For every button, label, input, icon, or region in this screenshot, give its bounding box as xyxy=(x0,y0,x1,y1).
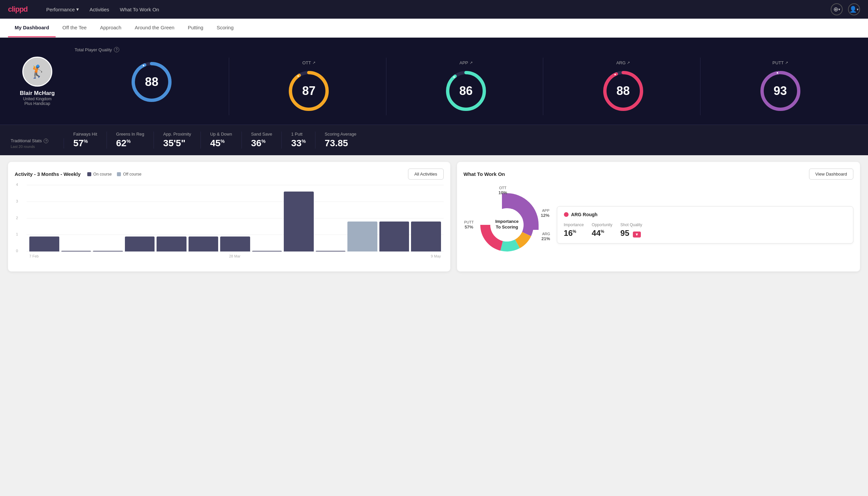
stat-oneputt: 1 Putt 33% xyxy=(282,131,315,149)
bars-row xyxy=(27,185,444,251)
activity-panel-header: Activity - 3 Months - Weekly On course O… xyxy=(15,169,444,180)
tab-off-the-tee[interactable]: Off the Tee xyxy=(56,19,93,37)
app-ring: 86 xyxy=(444,69,488,113)
all-activities-button[interactable]: All Activities xyxy=(408,169,444,180)
arg-value: 88 xyxy=(617,84,630,98)
off-course-dot xyxy=(117,172,121,176)
arg-ring: 88 xyxy=(601,69,645,113)
putt-ring: 93 xyxy=(759,69,802,113)
donut-svg: Importance To Scoring xyxy=(464,185,550,265)
chart-bar xyxy=(61,251,91,251)
ott-ring: 87 xyxy=(287,69,330,113)
tab-bar: My Dashboard Off the Tee Approach Around… xyxy=(0,19,868,37)
svg-text:To Scoring: To Scoring xyxy=(495,224,518,230)
legend-on-course: On course xyxy=(87,172,112,176)
nav-what-to-work-on[interactable]: What To Work On xyxy=(120,5,159,14)
tpq-label: Total Player Quality ? xyxy=(75,47,857,52)
tab-approach[interactable]: Approach xyxy=(93,19,128,37)
nav-performance[interactable]: Performance ▾ xyxy=(46,5,79,14)
chart-bar xyxy=(284,191,314,251)
arg-donut-label: ARG21% xyxy=(541,232,550,242)
activity-legend: On course Off course xyxy=(87,172,142,176)
legend-off-course: Off course xyxy=(117,172,141,176)
hero-section: 🏌️ Blair McHarg United Kingdom Plus Hand… xyxy=(0,37,868,125)
avatar: 🏌️ xyxy=(22,57,52,87)
top-navigation: clippd Performance ▾ Activities What To … xyxy=(0,0,868,19)
chart-bar xyxy=(411,221,441,251)
app-donut-label: APP12% xyxy=(541,208,550,218)
ott-label: OTT ↗ xyxy=(302,60,315,65)
overall-ring: 88 xyxy=(130,60,173,104)
nav-activities[interactable]: Activities xyxy=(90,5,109,14)
putt-donut-label: PUTT57% xyxy=(464,220,474,230)
bar-chart: 4 3 2 1 0 7 Feb 28 Mar 9 May xyxy=(15,185,444,258)
tab-my-dashboard[interactable]: My Dashboard xyxy=(8,19,56,37)
chart-bar xyxy=(189,236,219,251)
tpq-help-icon[interactable]: ? xyxy=(114,47,119,52)
stat-fairways: Fairways Hit 57% xyxy=(64,131,107,149)
score-app: APP ↗ 86 xyxy=(389,58,543,115)
player-country: United Kingdom xyxy=(23,97,51,101)
score-putt: PUTT ↗ 93 xyxy=(703,58,857,115)
donut-chart-container: Importance To Scoring PUTT57% OTT10% APP… xyxy=(464,185,550,265)
activity-title: Activity - 3 Months - Weekly xyxy=(15,171,81,177)
ott-donut-label: OTT10% xyxy=(499,186,507,196)
app-logo: clippd xyxy=(8,5,28,14)
bottom-panels: Activity - 3 Months - Weekly On course O… xyxy=(0,155,868,278)
chart-bar xyxy=(220,236,250,251)
score-overall: 88 xyxy=(75,58,229,115)
stat-gir: Greens In Reg 62% xyxy=(107,131,154,149)
chart-bar xyxy=(316,251,346,251)
traditional-stats-group: Traditional Stats ? Last 20 rounds xyxy=(11,138,64,149)
stat-sandsave: Sand Save 36% xyxy=(242,131,282,149)
player-name: Blair McHarg xyxy=(20,90,55,97)
wtwo-panel: What To Work On View Dashboard Importanc… xyxy=(457,162,860,272)
shot-quality-badge: ▼ xyxy=(633,232,641,237)
wtwo-panel-header: What To Work On View Dashboard xyxy=(464,169,853,180)
wtwo-title: What To Work On xyxy=(464,171,505,177)
tab-putting[interactable]: Putting xyxy=(181,19,210,37)
score-ott: OTT ↗ 87 xyxy=(232,58,386,115)
nav-right-section: ⊕ ▾ 👤 ▾ xyxy=(831,3,860,15)
player-handicap: Plus Handicap xyxy=(24,101,50,106)
stats-bar: Traditional Stats ? Last 20 rounds Fairw… xyxy=(0,125,868,155)
add-button[interactable]: ⊕ ▾ xyxy=(831,3,843,15)
metric-importance: Importance 16% xyxy=(564,222,584,238)
x-axis-labels: 7 Feb 28 Mar 9 May xyxy=(27,254,444,258)
chart-bar xyxy=(252,251,282,251)
metric-shot-quality: Shot Quality 95 ▼ xyxy=(620,222,642,238)
player-info: 🏌️ Blair McHarg United Kingdom Plus Hand… xyxy=(11,57,64,106)
arg-dot xyxy=(564,212,569,217)
stat-proximity: App. Proximity 35'5" xyxy=(154,131,201,149)
scores-section: Total Player Quality ? 88 xyxy=(75,47,857,115)
app-label: APP ↗ xyxy=(459,60,472,65)
overall-value: 88 xyxy=(145,75,158,89)
score-arg: ARG ↗ 88 xyxy=(546,58,700,115)
stats-help-icon[interactable]: ? xyxy=(44,139,48,143)
metric-opportunity: Opportunity 44% xyxy=(592,222,613,238)
info-metrics: Importance 16% Opportunity 44% Shot Qual… xyxy=(564,222,846,238)
putt-value: 93 xyxy=(774,84,787,98)
on-course-dot xyxy=(87,172,91,176)
stat-scoring: Scoring Average 73.85 xyxy=(315,131,366,149)
stat-updown: Up & Down 45% xyxy=(201,131,242,149)
view-dashboard-button[interactable]: View Dashboard xyxy=(809,169,853,180)
arg-info-card: ARG Rough Importance 16% Opportunity 44% xyxy=(557,206,853,244)
info-card-title: ARG Rough xyxy=(564,212,846,217)
chart-bar xyxy=(125,236,155,251)
putt-label: PUTT ↗ xyxy=(772,60,788,65)
tab-around-the-green[interactable]: Around the Green xyxy=(128,19,181,37)
chart-bar xyxy=(93,251,123,251)
chart-bar xyxy=(157,236,187,251)
score-cards: 88 OTT ↗ 87 xyxy=(75,58,857,115)
ott-value: 87 xyxy=(302,84,315,98)
chart-bar xyxy=(379,221,409,251)
svg-text:Importance: Importance xyxy=(495,219,518,224)
user-menu-button[interactable]: 👤 ▾ xyxy=(848,3,860,15)
tab-scoring[interactable]: Scoring xyxy=(210,19,240,37)
wtwo-content: Importance To Scoring PUTT57% OTT10% APP… xyxy=(464,185,853,265)
activity-panel: Activity - 3 Months - Weekly On course O… xyxy=(8,162,450,272)
chart-bar xyxy=(347,221,377,251)
arg-label: ARG ↗ xyxy=(616,60,630,65)
chart-bar xyxy=(29,236,59,251)
